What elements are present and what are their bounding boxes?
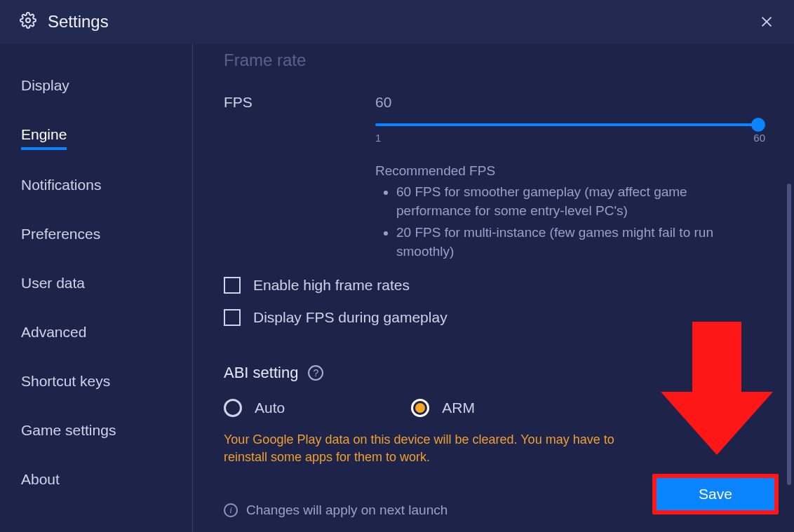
abi-radio-arm[interactable]: ARM <box>411 399 475 417</box>
abi-heading: ABI setting <box>224 364 298 382</box>
abi-arm-label: ARM <box>442 400 475 416</box>
save-button[interactable]: Save <box>657 478 774 510</box>
help-icon[interactable]: ? <box>308 365 323 381</box>
fps-slider-thumb[interactable] <box>751 118 765 132</box>
sidebar-item-engine[interactable]: Engine <box>21 121 67 150</box>
footer-note: Changes will apply on next launch <box>246 503 448 518</box>
annotation-arrow-icon <box>661 322 773 455</box>
slider-min: 1 <box>375 132 381 144</box>
abi-auto-label: Auto <box>255 400 285 416</box>
gear-icon <box>20 12 36 32</box>
close-button[interactable] <box>759 14 774 29</box>
fps-slider[interactable] <box>375 123 758 126</box>
annotation-highlight: Save <box>652 474 779 514</box>
title-bar: Settings <box>0 0 794 43</box>
recommended-item: 20 FPS for multi-instance (few games mig… <box>396 224 747 261</box>
recommended-heading: Recommended FPS <box>375 163 759 179</box>
fps-value: 60 <box>375 94 391 111</box>
high-fps-checkbox[interactable] <box>224 277 241 294</box>
sidebar-item-display[interactable]: Display <box>21 71 69 100</box>
svg-point-0 <box>26 18 30 22</box>
fps-label: FPS <box>224 94 375 111</box>
recommended-item: 60 FPS for smoother gameplay (may affect… <box>396 183 747 221</box>
slider-max: 60 <box>753 132 765 144</box>
sidebar-item-notifications[interactable]: Notifications <box>21 171 101 199</box>
display-fps-checkbox[interactable] <box>224 309 241 326</box>
high-fps-label: Enable high frame rates <box>253 277 410 294</box>
info-icon: i <box>224 503 238 517</box>
window-title: Settings <box>48 12 109 32</box>
abi-warning: Your Google Play data on this device wil… <box>224 431 645 466</box>
scrollbar[interactable] <box>787 184 791 485</box>
sidebar-item-preferences[interactable]: Preferences <box>21 220 100 248</box>
abi-radio-auto[interactable]: Auto <box>224 399 285 417</box>
sidebar-item-user-data[interactable]: User data <box>21 269 85 297</box>
sidebar-item-about[interactable]: About <box>21 465 60 493</box>
sidebar-item-advanced[interactable]: Advanced <box>21 318 86 346</box>
display-fps-label: Display FPS during gameplay <box>253 309 448 326</box>
frame-rate-heading: Frame rate <box>224 50 759 70</box>
sidebar-item-shortcut-keys[interactable]: Shortcut keys <box>21 367 110 395</box>
sidebar-item-game-settings[interactable]: Game settings <box>21 416 116 444</box>
content-pane: Frame rate FPS 60 1 60 Recommended FPS 6… <box>193 43 794 532</box>
sidebar: Display Engine Notifications Preferences… <box>0 43 193 532</box>
